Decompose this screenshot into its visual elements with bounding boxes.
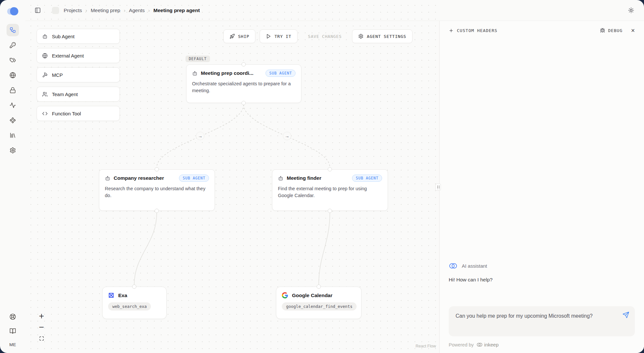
sidebar-item-components[interactable] [9, 117, 16, 124]
node-meeting-finder[interactable]: Meeting finder SUB AGENT Find the extern… [272, 169, 388, 211]
breadcrumb-item-agents[interactable]: Agents [129, 8, 145, 13]
palette-item-external-agent[interactable]: External Agent [37, 48, 120, 63]
sub-agent-badge: SUB AGENT [352, 175, 382, 182]
node-title: Meeting prep coordi... [201, 70, 253, 76]
node-description: Orchestrate specialized agents to prepar… [192, 80, 296, 94]
bot-icon [192, 71, 198, 76]
breadcrumb-separator: › [124, 8, 125, 13]
edge-arrow-icon: → [196, 132, 204, 140]
breadcrumb: Projects › Meeting prep › Agents › Meeti… [64, 8, 200, 13]
close-panel-button[interactable]: × [631, 27, 635, 34]
try-it-panel: CUSTOM HEADERS DEBUG × AI assistant Hi! … [439, 21, 644, 353]
sub-agent-badge: SUB AGENT [179, 175, 209, 182]
node-title: Company researcher [114, 175, 164, 181]
close-icon: × [631, 27, 635, 34]
node-handle[interactable] [328, 209, 332, 213]
panel-left-toggle-button[interactable] [35, 7, 41, 13]
save-changes-label: SAVE CHANGES [308, 34, 342, 39]
panel-resize-grip[interactable] [435, 184, 441, 191]
powered-by-label: Powered by [449, 342, 474, 347]
send-icon [622, 311, 629, 318]
zoom-in-button[interactable]: + [36, 311, 47, 322]
agent-settings-button[interactable]: AGENT SETTINGS [352, 29, 412, 43]
google-logo-icon [282, 292, 288, 298]
node-handle[interactable] [155, 167, 159, 172]
node-handle[interactable] [242, 101, 246, 105]
sidebar-item-settings[interactable] [9, 147, 16, 154]
try-it-button[interactable]: TRY IT [260, 29, 298, 43]
palette-item-team-agent[interactable]: Team Agent [37, 87, 120, 102]
palette-item-function-tool[interactable]: Function Tool [37, 106, 120, 121]
globe-icon [9, 72, 16, 78]
node-exa-tool[interactable]: Exa web_search_exa [102, 287, 167, 319]
zoom-controls: + − [36, 311, 47, 344]
sidebar-item-api-keys[interactable] [9, 42, 16, 48]
bot-icon [42, 34, 48, 39]
user-avatar[interactable]: ME [9, 342, 16, 348]
key-icon [9, 42, 16, 48]
exa-logo-icon [108, 292, 114, 298]
node-meeting-prep-coordinator[interactable]: Meeting prep coordi... SUB AGENT Orchest… [186, 64, 301, 103]
bot-icon [105, 176, 110, 181]
plus-icon: + [39, 312, 44, 320]
users-icon [42, 92, 48, 97]
edge-researcher-exa[interactable] [134, 213, 157, 285]
tool-title: Exa [118, 293, 127, 298]
assistant-greeting: Hi! How can I help? [449, 277, 635, 283]
bug-icon [600, 28, 605, 33]
top-bar: Projects › Meeting prep › Agents › Meeti… [25, 0, 644, 21]
inkeep-logo[interactable] [7, 7, 18, 16]
panel-body [440, 40, 644, 261]
breadcrumb-item-meeting-prep[interactable]: Meeting prep [91, 8, 120, 13]
custom-headers-button[interactable]: CUSTOM HEADERS [449, 28, 497, 33]
sidebar-item-docs[interactable] [9, 328, 16, 334]
palette-item-label: Team Agent [52, 92, 78, 97]
sidebar-item-credentials[interactable] [9, 87, 16, 93]
node-title: Meeting finder [287, 175, 321, 181]
library-icon [9, 132, 16, 139]
node-handle[interactable] [155, 209, 159, 213]
sidebar-item-external[interactable] [9, 72, 16, 78]
theme-toggle-button[interactable] [628, 7, 634, 13]
sun-icon [628, 7, 634, 13]
sidebar-nav [7, 27, 19, 154]
debug-label: DEBUG [608, 28, 622, 33]
node-handle[interactable] [317, 285, 321, 289]
agent-settings-label: AGENT SETTINGS [367, 34, 406, 39]
breadcrumb-separator: › [86, 8, 87, 13]
node-company-researcher[interactable]: Company researcher SUB AGENT Research th… [99, 169, 215, 211]
rocket-icon [230, 34, 235, 39]
node-handle[interactable] [242, 62, 246, 67]
node-google-calendar-tool[interactable]: Google Calendar google_calendar_find_eve… [276, 287, 362, 319]
workflow-icon [9, 27, 16, 33]
sidebar-item-library[interactable] [9, 132, 16, 139]
inkeep-assistant-icon [449, 261, 458, 270]
zoom-out-button[interactable]: − [36, 322, 47, 333]
sidebar-item-tags[interactable] [9, 57, 16, 63]
send-button[interactable] [622, 311, 629, 319]
hammer-icon [42, 72, 48, 78]
palette-item-label: External Agent [52, 53, 84, 59]
node-handle[interactable] [328, 167, 332, 172]
save-changes-button[interactable]: SAVE CHANGES [302, 29, 348, 43]
powered-by-row[interactable]: Powered by inkeep [449, 342, 635, 348]
palette-item-mcp[interactable]: MCP [37, 67, 120, 82]
edge-finder-gcal[interactable] [319, 213, 330, 285]
palette-item-label: Sub Agent [52, 34, 74, 39]
flow-canvas[interactable]: → → Sub Agent External Agent MCP Team Ag… [25, 0, 439, 353]
node-handle[interactable] [132, 285, 137, 289]
panel-header: CUSTOM HEADERS DEBUG × [440, 21, 644, 40]
palette-item-sub-agent[interactable]: Sub Agent [37, 29, 120, 44]
palette-item-label: Function Tool [52, 111, 81, 116]
code-icon [42, 111, 48, 116]
sidebar-item-agents[interactable] [7, 24, 19, 36]
breadcrumb-item-projects[interactable]: Projects [64, 8, 82, 13]
debug-button[interactable]: DEBUG [600, 28, 622, 33]
chat-input[interactable]: Can you help me prep for my upcoming Mic… [456, 312, 617, 330]
react-flow-attribution[interactable]: React Flow [415, 344, 436, 348]
ship-button[interactable]: SHIP [223, 29, 255, 43]
fit-view-button[interactable] [36, 333, 47, 344]
sidebar-item-help[interactable] [9, 313, 16, 320]
canvas-toolbar: SHIP TRY IT SAVE CHANGES AGENT SETTINGS [223, 29, 412, 43]
sidebar-item-activity[interactable] [9, 102, 16, 109]
